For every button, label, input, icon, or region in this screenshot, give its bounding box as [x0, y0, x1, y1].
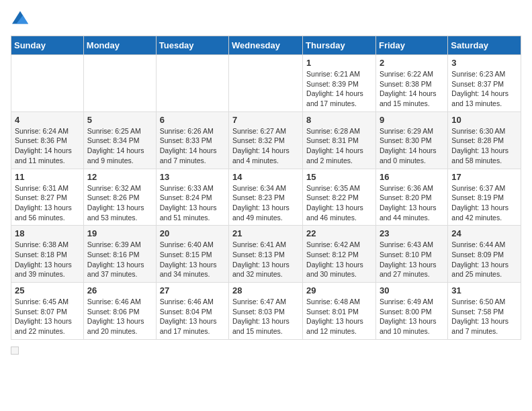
calendar-cell: 21Sunrise: 6:41 AM Sunset: 8:13 PM Dayli… — [229, 226, 303, 283]
day-number: 30 — [380, 285, 444, 295]
day-info: Sunrise: 6:40 AM Sunset: 8:15 PM Dayligh… — [160, 240, 225, 279]
day-number: 20 — [160, 228, 225, 238]
day-info: Sunrise: 6:34 AM Sunset: 8:23 PM Dayligh… — [232, 183, 299, 223]
footer — [11, 347, 521, 355]
day-number: 16 — [380, 172, 444, 182]
day-info: Sunrise: 6:50 AM Sunset: 7:58 PM Dayligh… — [451, 297, 517, 336]
calendar-cell: 23Sunrise: 6:43 AM Sunset: 8:10 PM Dayli… — [375, 226, 447, 283]
calendar-cell: 12Sunrise: 6:32 AM Sunset: 8:26 PM Dayli… — [83, 169, 156, 226]
day-number: 9 — [380, 115, 444, 125]
calendar-cell: 29Sunrise: 6:48 AM Sunset: 8:01 PM Dayli… — [303, 283, 376, 340]
day-number: 7 — [232, 115, 299, 125]
calendar-cell: 1Sunrise: 6:21 AM Sunset: 8:39 PM Daylig… — [303, 55, 376, 112]
day-number: 14 — [232, 172, 299, 182]
calendar-table: SundayMondayTuesdayWednesdayThursdayFrid… — [11, 36, 521, 340]
calendar-cell: 28Sunrise: 6:47 AM Sunset: 8:03 PM Dayli… — [229, 283, 303, 340]
calendar-cell: 2Sunrise: 6:22 AM Sunset: 8:38 PM Daylig… — [375, 55, 447, 112]
day-number: 12 — [87, 172, 152, 182]
day-info: Sunrise: 6:26 AM Sunset: 8:33 PM Dayligh… — [160, 126, 225, 166]
calendar-cell: 25Sunrise: 6:45 AM Sunset: 8:07 PM Dayli… — [11, 283, 84, 340]
day-info: Sunrise: 6:35 AM Sunset: 8:22 PM Dayligh… — [306, 183, 372, 223]
day-info: Sunrise: 6:23 AM Sunset: 8:37 PM Dayligh… — [451, 69, 517, 109]
calendar-cell: 14Sunrise: 6:34 AM Sunset: 8:23 PM Dayli… — [229, 169, 303, 226]
day-of-week-header: Sunday — [11, 36, 84, 55]
day-number: 6 — [160, 115, 225, 125]
calendar-cell — [11, 55, 84, 112]
day-info: Sunrise: 6:49 AM Sunset: 8:00 PM Dayligh… — [380, 297, 444, 336]
day-info: Sunrise: 6:25 AM Sunset: 8:34 PM Dayligh… — [87, 126, 152, 166]
day-number: 8 — [306, 115, 372, 125]
logo — [11, 11, 28, 28]
day-info: Sunrise: 6:27 AM Sunset: 8:32 PM Dayligh… — [232, 126, 299, 166]
day-info: Sunrise: 6:36 AM Sunset: 8:20 PM Dayligh… — [380, 183, 444, 223]
day-number: 22 — [306, 228, 372, 238]
calendar-cell: 27Sunrise: 6:46 AM Sunset: 8:04 PM Dayli… — [156, 283, 228, 340]
page-header — [11, 11, 521, 28]
logo-icon — [12, 11, 28, 24]
day-info: Sunrise: 6:48 AM Sunset: 8:01 PM Dayligh… — [306, 297, 372, 336]
calendar-cell: 19Sunrise: 6:39 AM Sunset: 8:16 PM Dayli… — [83, 226, 156, 283]
day-info: Sunrise: 6:28 AM Sunset: 8:31 PM Dayligh… — [306, 126, 372, 166]
day-number: 1 — [306, 58, 372, 68]
calendar-cell: 13Sunrise: 6:33 AM Sunset: 8:24 PM Dayli… — [156, 169, 228, 226]
day-number: 28 — [232, 285, 299, 295]
calendar-cell: 26Sunrise: 6:46 AM Sunset: 8:06 PM Dayli… — [83, 283, 156, 340]
day-info: Sunrise: 6:39 AM Sunset: 8:16 PM Dayligh… — [87, 240, 152, 279]
calendar-cell: 16Sunrise: 6:36 AM Sunset: 8:20 PM Dayli… — [375, 169, 447, 226]
day-number: 24 — [451, 228, 517, 238]
day-number: 11 — [15, 172, 80, 182]
calendar-week-row: 4Sunrise: 6:24 AM Sunset: 8:36 PM Daylig… — [11, 111, 521, 169]
day-info: Sunrise: 6:24 AM Sunset: 8:36 PM Dayligh… — [15, 126, 80, 166]
day-info: Sunrise: 6:21 AM Sunset: 8:39 PM Dayligh… — [306, 69, 372, 109]
calendar-cell: 10Sunrise: 6:30 AM Sunset: 8:28 PM Dayli… — [448, 111, 521, 169]
calendar-cell: 4Sunrise: 6:24 AM Sunset: 8:36 PM Daylig… — [11, 111, 84, 169]
day-of-week-header: Saturday — [448, 36, 521, 55]
day-info: Sunrise: 6:44 AM Sunset: 8:09 PM Dayligh… — [451, 240, 517, 279]
calendar-cell: 22Sunrise: 6:42 AM Sunset: 8:12 PM Dayli… — [303, 226, 376, 283]
calendar-cell: 18Sunrise: 6:38 AM Sunset: 8:18 PM Dayli… — [11, 226, 84, 283]
day-info: Sunrise: 6:37 AM Sunset: 8:19 PM Dayligh… — [451, 183, 517, 223]
daylight-box — [11, 347, 19, 355]
calendar-cell: 31Sunrise: 6:50 AM Sunset: 7:58 PM Dayli… — [448, 283, 521, 340]
calendar-cell: 11Sunrise: 6:31 AM Sunset: 8:27 PM Dayli… — [11, 169, 84, 226]
calendar-cell: 6Sunrise: 6:26 AM Sunset: 8:33 PM Daylig… — [156, 111, 228, 169]
calendar-week-row: 18Sunrise: 6:38 AM Sunset: 8:18 PM Dayli… — [11, 226, 521, 283]
day-number: 31 — [451, 285, 517, 295]
day-info: Sunrise: 6:32 AM Sunset: 8:26 PM Dayligh… — [87, 183, 152, 223]
day-number: 5 — [87, 115, 152, 125]
calendar-cell: 24Sunrise: 6:44 AM Sunset: 8:09 PM Dayli… — [448, 226, 521, 283]
calendar-cell: 3Sunrise: 6:23 AM Sunset: 8:37 PM Daylig… — [448, 55, 521, 112]
calendar-cell: 30Sunrise: 6:49 AM Sunset: 8:00 PM Dayli… — [375, 283, 447, 340]
day-number: 17 — [451, 172, 517, 182]
day-number: 13 — [160, 172, 225, 182]
day-number: 10 — [451, 115, 517, 125]
day-number: 18 — [15, 228, 80, 238]
calendar-week-row: 11Sunrise: 6:31 AM Sunset: 8:27 PM Dayli… — [11, 169, 521, 226]
day-info: Sunrise: 6:46 AM Sunset: 8:04 PM Dayligh… — [160, 297, 225, 336]
calendar-cell — [229, 55, 303, 112]
day-info: Sunrise: 6:31 AM Sunset: 8:27 PM Dayligh… — [15, 183, 80, 223]
calendar-cell: 15Sunrise: 6:35 AM Sunset: 8:22 PM Dayli… — [303, 169, 376, 226]
day-of-week-header: Thursday — [303, 36, 376, 55]
day-info: Sunrise: 6:42 AM Sunset: 8:12 PM Dayligh… — [306, 240, 372, 279]
calendar-cell: 17Sunrise: 6:37 AM Sunset: 8:19 PM Dayli… — [448, 169, 521, 226]
day-number: 21 — [232, 228, 299, 238]
calendar-cell: 7Sunrise: 6:27 AM Sunset: 8:32 PM Daylig… — [229, 111, 303, 169]
day-number: 27 — [160, 285, 225, 295]
day-number: 4 — [15, 115, 80, 125]
day-number: 25 — [15, 285, 80, 295]
day-info: Sunrise: 6:38 AM Sunset: 8:18 PM Dayligh… — [15, 240, 80, 279]
day-info: Sunrise: 6:22 AM Sunset: 8:38 PM Dayligh… — [380, 69, 444, 109]
calendar-cell: 5Sunrise: 6:25 AM Sunset: 8:34 PM Daylig… — [83, 111, 156, 169]
day-info: Sunrise: 6:45 AM Sunset: 8:07 PM Dayligh… — [15, 297, 80, 336]
day-number: 29 — [306, 285, 372, 295]
day-info: Sunrise: 6:43 AM Sunset: 8:10 PM Dayligh… — [380, 240, 444, 279]
calendar-cell: 20Sunrise: 6:40 AM Sunset: 8:15 PM Dayli… — [156, 226, 228, 283]
day-info: Sunrise: 6:46 AM Sunset: 8:06 PM Dayligh… — [87, 297, 152, 336]
day-info: Sunrise: 6:47 AM Sunset: 8:03 PM Dayligh… — [232, 297, 299, 336]
day-number: 15 — [306, 172, 372, 182]
day-number: 26 — [87, 285, 152, 295]
day-number: 23 — [380, 228, 444, 238]
day-of-week-header: Tuesday — [156, 36, 228, 55]
calendar-header-row: SundayMondayTuesdayWednesdayThursdayFrid… — [11, 36, 521, 55]
